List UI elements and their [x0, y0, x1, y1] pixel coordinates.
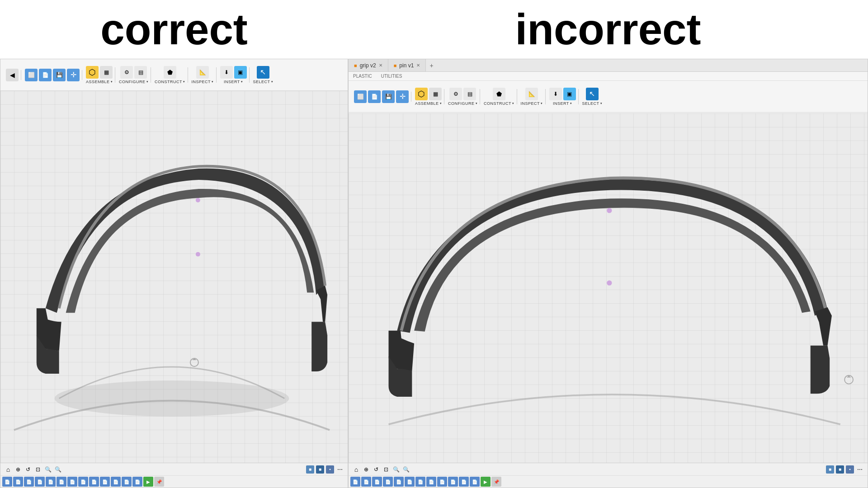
r-bt-pin-icon[interactable]: 📌 [491, 477, 501, 487]
bt-file12-icon[interactable]: 📄 [122, 477, 132, 487]
r-configure-label[interactable]: CONFIGURE ▾ [448, 101, 477, 106]
r-bt-file8-icon[interactable]: 📄 [426, 477, 436, 487]
tab-pin-close[interactable]: ✕ [416, 63, 420, 68]
file-open-icon[interactable]: 📄 [39, 69, 52, 81]
bt-file8-icon[interactable]: 📄 [78, 477, 88, 487]
nav-back-icon[interactable]: ◀ [6, 69, 19, 81]
configure-label[interactable]: CONFIGURE ▾ [119, 80, 148, 84]
r-assemble-label[interactable]: ASSEMBLE ▾ [415, 101, 442, 106]
right-toolbar-group-construct: ⬟ CONSTRUCT ▾ [481, 87, 517, 107]
r-inspect-icon[interactable]: 📐 [525, 88, 538, 100]
r-bt-grid-icon[interactable]: ▪ [846, 465, 854, 474]
bt-green-icon[interactable]: ▶ [143, 477, 153, 487]
tab-grip-close[interactable]: ✕ [379, 63, 382, 68]
r-assemble2-icon[interactable]: ▦ [429, 88, 442, 100]
r-file-save-icon[interactable]: 💾 [382, 90, 395, 103]
bt-pin-icon[interactable]: 📌 [154, 477, 164, 487]
r-inspect-label[interactable]: INSPECT ▾ [521, 101, 543, 106]
r-bt-box-icon[interactable]: ■ [826, 465, 834, 474]
r-bt-home-icon[interactable]: ⌂ [352, 465, 360, 474]
r-bt-file11-icon[interactable]: 📄 [459, 477, 469, 487]
r-file-new-icon[interactable]: ⬜ [354, 90, 367, 103]
bt-file-icon[interactable]: 📄 [2, 477, 12, 487]
select-icon[interactable]: ↖ [257, 66, 269, 79]
r-bt-zoomin-icon[interactable]: 🔍 [392, 465, 400, 474]
bt-fit-icon[interactable]: ⊡ [34, 465, 42, 474]
bt-file7-icon[interactable]: 📄 [67, 477, 77, 487]
r-bt-file4-icon[interactable]: 📄 [383, 477, 393, 487]
bt-file9-icon[interactable]: 📄 [89, 477, 99, 487]
tab-grip-v2[interactable]: ■ grip v2 ✕ [349, 59, 388, 71]
r-bt-zoomout-icon[interactable]: 🔍 [402, 465, 410, 474]
r-assemble-icon[interactable]: ⬡ [415, 88, 428, 100]
configure2-icon[interactable]: ▤ [134, 66, 147, 79]
file-save-icon[interactable]: 💾 [53, 69, 66, 81]
r-move-icon[interactable]: ✛ [396, 90, 409, 103]
bt-file10-icon[interactable]: 📄 [100, 477, 110, 487]
r-bt-settings-icon[interactable]: ⋯ [856, 465, 864, 474]
insert-label[interactable]: INSERT ▾ [224, 80, 243, 84]
bt-file11-icon[interactable]: 📄 [111, 477, 121, 487]
r-bt-file9-icon[interactable]: 📄 [437, 477, 447, 487]
r-bt-file7-icon[interactable]: 📄 [415, 477, 425, 487]
r-bt-file12-icon[interactable]: 📄 [470, 477, 480, 487]
r-bt-pointer-icon[interactable]: ⊕ [362, 465, 370, 474]
r-bt-green-icon[interactable]: ▶ [481, 477, 491, 487]
r-select-icon[interactable]: ↖ [586, 88, 599, 100]
assemble2-icon[interactable]: ▦ [100, 66, 113, 79]
select-label[interactable]: SELECT ▾ [253, 80, 274, 84]
r-file-open-icon[interactable]: 📄 [368, 90, 381, 103]
left-canvas[interactable] [0, 91, 348, 463]
bt-grid-icon[interactable]: ▪ [326, 465, 334, 474]
r-bt-file3-icon[interactable]: 📄 [372, 477, 382, 487]
tab-add-button[interactable]: + [426, 59, 437, 71]
r-configure-icon[interactable]: ⚙ [449, 88, 462, 100]
construct-label[interactable]: CONSTRUCT ▾ [155, 80, 185, 84]
bt-file5-icon[interactable]: 📄 [46, 477, 56, 487]
right-toolbar-group-insert: ⬇ ▣ INSERT ▾ [547, 87, 579, 107]
construct-icon[interactable]: ⬟ [164, 66, 176, 79]
tab-pin-v1[interactable]: ■ pin v1 ✕ [388, 59, 426, 71]
right-canvas[interactable] [349, 113, 868, 463]
r-configure2-icon[interactable]: ▤ [463, 88, 476, 100]
assemble-icon[interactable]: ⬡ [86, 66, 99, 79]
r-construct-icon[interactable]: ⬟ [493, 88, 505, 100]
r-bt-file10-icon[interactable]: 📄 [448, 477, 458, 487]
file-new-icon[interactable]: ⬜ [25, 69, 38, 81]
right-3d-view [349, 113, 868, 463]
r-construct-label[interactable]: CONSTRUCT ▾ [484, 101, 514, 106]
bt-file4-icon[interactable]: 📄 [35, 477, 45, 487]
bt-settings-icon[interactable]: ⋯ [336, 465, 344, 474]
bt-file6-icon[interactable]: 📄 [57, 477, 66, 487]
file-move-icon[interactable]: ✛ [67, 69, 80, 81]
r-bt-file5-icon[interactable]: 📄 [394, 477, 404, 487]
bt-home-icon[interactable]: ⌂ [4, 465, 12, 474]
bt-box2-icon[interactable]: ■ [316, 465, 324, 474]
bt-orbit-icon[interactable]: ↺ [24, 465, 32, 474]
inspect-icon[interactable]: 📐 [196, 66, 209, 79]
inspect-label[interactable]: INSPECT ▾ [192, 80, 214, 84]
r-select-label[interactable]: SELECT ▾ [582, 101, 603, 106]
bt-zoomin-icon[interactable]: 🔍 [44, 465, 52, 474]
r-bt-orbit-icon[interactable]: ↺ [372, 465, 380, 474]
r-bt-file-icon[interactable]: 📄 [350, 477, 360, 487]
bt-file2-icon[interactable]: 📄 [13, 477, 23, 487]
r-bt-file2-icon[interactable]: 📄 [361, 477, 371, 487]
bt-file13-icon[interactable]: 📄 [132, 477, 142, 487]
r-bt-fit-icon[interactable]: ⊡ [382, 465, 390, 474]
r-bt-box2-icon[interactable]: ■ [836, 465, 844, 474]
assemble-label[interactable]: ASSEMBLE ▾ [86, 80, 113, 84]
r-bt-file6-icon[interactable]: 📄 [405, 477, 415, 487]
configure-icon[interactable]: ⚙ [120, 66, 133, 79]
bt-file3-icon[interactable]: 📄 [24, 477, 34, 487]
left-bottom-toolbar-bottom: 📄 📄 📄 📄 📄 📄 📄 📄 📄 📄 📄 📄 📄 ▶ 📌 [0, 475, 348, 488]
insert2-icon[interactable]: ▣ [234, 66, 247, 79]
r-insert-icon[interactable]: ⬇ [549, 88, 562, 100]
panel-right: ■ grip v2 ✕ ■ pin v1 ✕ + PLASTIC UTILITI… [348, 59, 868, 488]
r-insert-label[interactable]: INSERT ▾ [553, 101, 572, 106]
bt-zoomout-icon[interactable]: 🔍 [54, 465, 62, 474]
r-insert2-icon[interactable]: ▣ [563, 88, 576, 100]
insert-icon[interactable]: ⬇ [220, 66, 233, 79]
bt-box-icon[interactable]: ■ [306, 465, 314, 474]
bt-pointer-icon[interactable]: ⊕ [14, 465, 22, 474]
